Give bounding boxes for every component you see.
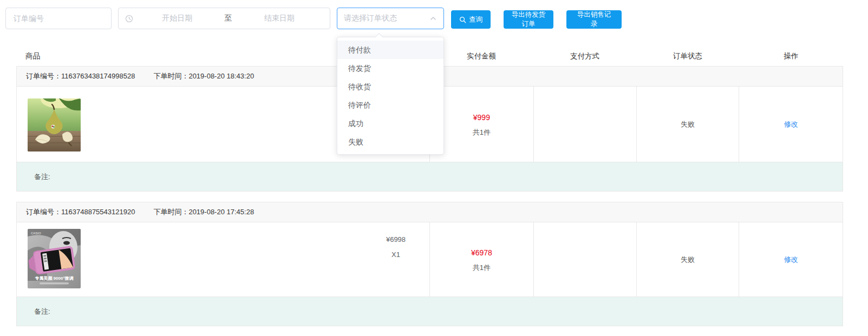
remark-row: 备注: bbox=[17, 162, 843, 191]
payment-method-cell bbox=[533, 87, 636, 162]
order-status-placeholder: 请选择订单状态 bbox=[344, 14, 429, 23]
action-cell: 修改 bbox=[739, 222, 843, 297]
order-time: 下单时间：2019-08-20 18:43:20 bbox=[153, 71, 254, 81]
search-icon bbox=[459, 16, 466, 23]
product-image-camera: CASIO bbox=[28, 229, 81, 288]
order-header: 订单编号：1163748875543121920 下单时间：2019-08-20… bbox=[17, 202, 843, 222]
header-paid-amount: 实付金额 bbox=[429, 51, 533, 61]
edit-link[interactable]: 修改 bbox=[784, 255, 798, 265]
image-caption-text: 专属美颜 9000°微调 bbox=[34, 275, 73, 281]
order-number-input[interactable] bbox=[5, 8, 112, 29]
order-status-cell: 失败 bbox=[636, 222, 739, 297]
dropdown-option-pending-receipt[interactable]: 待收货 bbox=[337, 77, 443, 96]
unit-price: ¥6998 bbox=[363, 232, 428, 247]
product-cell: CASIO bbox=[17, 222, 429, 297]
export-sales-records-button[interactable]: 导出销售记录 bbox=[566, 10, 622, 29]
dropdown-option-list: 待付款 待发货 待收货 待评价 成功 失败 bbox=[337, 41, 443, 151]
image-brand-text: CASIO bbox=[31, 232, 41, 235]
start-date-placeholder[interactable]: 开始日期 bbox=[133, 14, 221, 23]
item-count: 共1件 bbox=[473, 263, 491, 273]
end-date-placeholder[interactable]: 结束日期 bbox=[236, 14, 324, 23]
payment-method-cell bbox=[533, 222, 636, 297]
search-button[interactable]: 查询 bbox=[451, 10, 491, 29]
order-management-page: 开始日期 至 结束日期 请选择订单状态 查询 导出待发货订单 导出销售记录 商品… bbox=[0, 0, 868, 336]
paid-amount-cell: ¥999 共1件 bbox=[429, 87, 533, 162]
order-status-select[interactable]: 请选择订单状态 bbox=[337, 8, 444, 29]
header-order-status: 订单状态 bbox=[636, 51, 739, 61]
dropdown-option-success[interactable]: 成功 bbox=[337, 114, 443, 133]
quantity: X1 bbox=[363, 247, 428, 262]
order-number: 订单编号：1163748875543121920 bbox=[26, 207, 135, 217]
dropdown-option-pending-review[interactable]: 待评价 bbox=[337, 96, 443, 114]
edit-link[interactable]: 修改 bbox=[784, 120, 798, 129]
search-button-label: 查询 bbox=[469, 15, 482, 24]
product-image-pear bbox=[28, 98, 81, 151]
paid-amount-cell: ¥6978 共1件 bbox=[429, 222, 533, 297]
order-status-cell: 失败 bbox=[636, 87, 739, 162]
export-pending-orders-button[interactable]: 导出待发货订单 bbox=[504, 10, 553, 29]
header-action: 操作 bbox=[739, 51, 843, 61]
unit-price-quantity: ¥6998 X1 bbox=[363, 232, 428, 262]
remark-row: 备注: bbox=[17, 297, 843, 326]
action-cell: 修改 bbox=[739, 87, 843, 162]
order-number: 订单编号：1163763438174998528 bbox=[26, 71, 135, 81]
filter-bar: 开始日期 至 结束日期 请选择订单状态 查询 导出待发货订单 导出销售记录 bbox=[0, 0, 868, 38]
dropdown-option-failed[interactable]: 失败 bbox=[337, 133, 443, 151]
header-payment-method: 支付方式 bbox=[533, 51, 636, 61]
order-block: 订单编号：1163748875543121920 下单时间：2019-08-20… bbox=[16, 202, 843, 326]
order-row: CASIO bbox=[17, 222, 843, 297]
item-count: 共1件 bbox=[473, 128, 491, 137]
date-range-picker[interactable]: 开始日期 至 结束日期 bbox=[118, 8, 330, 29]
chevron-up-icon bbox=[429, 15, 437, 22]
order-time: 下单时间：2019-08-20 17:45:28 bbox=[153, 207, 254, 217]
clock-icon bbox=[125, 15, 133, 23]
dropdown-option-pending-shipment[interactable]: 待发货 bbox=[337, 59, 443, 77]
paid-amount: ¥6978 bbox=[471, 247, 492, 259]
date-range-separator: 至 bbox=[221, 14, 236, 23]
paid-amount: ¥999 bbox=[473, 111, 490, 123]
order-status-dropdown: 待付款 待发货 待收货 待评价 成功 失败 bbox=[337, 37, 444, 155]
dropdown-option-pending-payment[interactable]: 待付款 bbox=[337, 41, 443, 59]
